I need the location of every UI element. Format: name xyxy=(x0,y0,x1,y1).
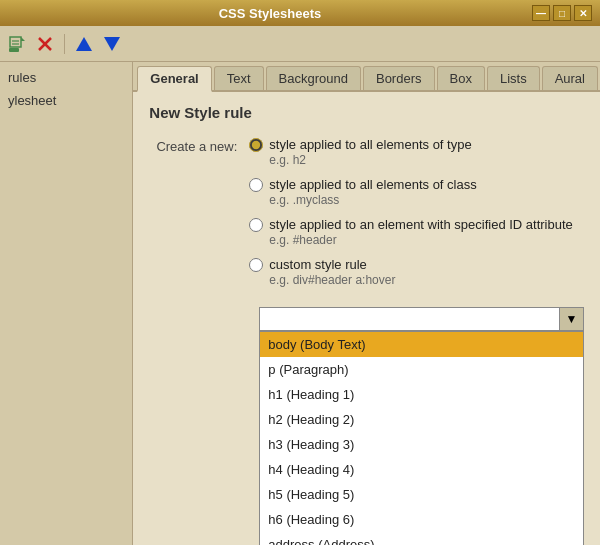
radio-class-example: e.g. .myclass xyxy=(249,193,573,207)
dropdown-item-h2[interactable]: h2 (Heading 2) xyxy=(260,407,583,432)
radio-option-id: style applied to an element with specifi… xyxy=(249,217,573,247)
move-down-icon[interactable] xyxy=(101,33,123,55)
create-new-row: Create a new: style applied to all eleme… xyxy=(149,137,584,287)
radio-type-input[interactable] xyxy=(249,138,263,152)
radio-option-type: style applied to all elements of type e.… xyxy=(249,137,573,167)
tab-general[interactable]: General xyxy=(137,66,211,92)
tab-lists[interactable]: Lists xyxy=(487,66,540,90)
create-new-label: Create a new: xyxy=(149,137,249,154)
dropdown-item-p[interactable]: p (Paragraph) xyxy=(260,357,583,382)
tab-aural[interactable]: Aural xyxy=(542,66,598,90)
radio-type-label: style applied to all elements of type xyxy=(269,137,471,152)
dropdown-arrow-button[interactable]: ▼ xyxy=(560,307,584,331)
form-title: New Style rule xyxy=(149,104,584,121)
window-title: CSS Stylesheets xyxy=(8,6,532,21)
dropdown-item-h3[interactable]: h3 (Heading 3) xyxy=(260,432,583,457)
toolbar xyxy=(0,26,600,62)
dropdown-area: ▼ body (Body Text) p (Paragraph) h1 (Hea… xyxy=(149,303,584,335)
minimize-button[interactable]: — xyxy=(532,5,550,21)
radio-class-label: style applied to all elements of class xyxy=(269,177,476,192)
radio-id-input[interactable] xyxy=(249,218,263,232)
main-layout: rules ylesheet General Text Background B… xyxy=(0,62,600,545)
radio-custom-row: custom style rule xyxy=(249,257,573,272)
move-up-icon[interactable] xyxy=(73,33,95,55)
radio-options: style applied to all elements of type e.… xyxy=(249,137,573,287)
sidebar-item-stylesheet[interactable]: ylesheet xyxy=(0,89,132,112)
dropdown-item-h1[interactable]: h1 (Heading 1) xyxy=(260,382,583,407)
title-bar: CSS Stylesheets — □ ✕ xyxy=(0,0,600,26)
radio-class-row: style applied to all elements of class xyxy=(249,177,573,192)
radio-class-input[interactable] xyxy=(249,178,263,192)
dropdown-item-address[interactable]: address (Address) xyxy=(260,532,583,545)
tab-box[interactable]: Box xyxy=(437,66,485,90)
sidebar-item-rules[interactable]: rules xyxy=(0,66,132,89)
tab-borders[interactable]: Borders xyxy=(363,66,435,90)
dropdown-item-h5[interactable]: h5 (Heading 5) xyxy=(260,482,583,507)
radio-id-label: style applied to an element with specifi… xyxy=(269,217,573,232)
radio-id-row: style applied to an element with specifi… xyxy=(249,217,573,232)
tab-text[interactable]: Text xyxy=(214,66,264,90)
dropdown-input[interactable] xyxy=(259,307,560,331)
close-button[interactable]: ✕ xyxy=(574,5,592,21)
dropdown-list: body (Body Text) p (Paragraph) h1 (Headi… xyxy=(259,331,584,545)
sidebar: rules ylesheet xyxy=(0,62,133,545)
radio-custom-input[interactable] xyxy=(249,258,263,272)
form-content: New Style rule Create a new: style appli… xyxy=(133,92,600,545)
tab-background[interactable]: Background xyxy=(266,66,361,90)
maximize-button[interactable]: □ xyxy=(553,5,571,21)
radio-type-example: e.g. h2 xyxy=(249,153,573,167)
content-area: General Text Background Borders Box List… xyxy=(133,62,600,545)
radio-type-row: style applied to all elements of type xyxy=(249,137,573,152)
dropdown-item-h6[interactable]: h6 (Heading 6) xyxy=(260,507,583,532)
radio-option-class: style applied to all elements of class e… xyxy=(249,177,573,207)
svg-marker-7 xyxy=(76,37,92,51)
radio-custom-example: e.g. div#header a:hover xyxy=(249,273,573,287)
radio-custom-label: custom style rule xyxy=(269,257,367,272)
new-icon[interactable] xyxy=(6,33,28,55)
radio-option-custom: custom style rule e.g. div#header a:hove… xyxy=(249,257,573,287)
svg-marker-8 xyxy=(104,37,120,51)
toolbar-separator xyxy=(64,34,65,54)
delete-icon[interactable] xyxy=(34,33,56,55)
svg-rect-0 xyxy=(9,48,19,52)
dropdown-item-h4[interactable]: h4 (Heading 4) xyxy=(260,457,583,482)
window-buttons[interactable]: — □ ✕ xyxy=(532,5,592,21)
tabs: General Text Background Borders Box List… xyxy=(133,62,600,92)
radio-id-example: e.g. #header xyxy=(249,233,573,247)
dropdown-item-body[interactable]: body (Body Text) xyxy=(260,332,583,357)
svg-marker-1 xyxy=(10,37,21,47)
